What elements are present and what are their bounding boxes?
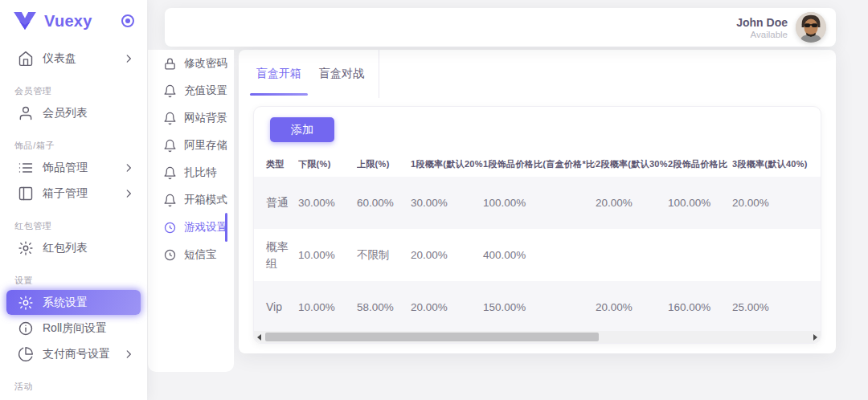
subnav-item-label: 网站背景 xyxy=(184,111,227,125)
sidebar-item-box-management[interactable]: 箱子管理 xyxy=(6,181,141,206)
cell-value: 30.00% xyxy=(298,177,357,229)
gear-icon xyxy=(18,295,34,311)
column-header-upper-limit: 上限(%) xyxy=(357,152,411,177)
subnav-item-change-password[interactable]: 修改密码 xyxy=(148,50,234,77)
lock-icon xyxy=(163,57,177,71)
subnav-item-ali-storage[interactable]: 阿里存储 xyxy=(148,132,234,159)
cell-type: Vip xyxy=(254,281,298,333)
cell-value: 10.00% xyxy=(298,281,357,333)
subnav-item-site-background[interactable]: 网站背景 xyxy=(148,104,234,132)
cell-value: 160.00% xyxy=(668,281,732,333)
subnav-item-recharge-settings[interactable]: 充值设置 xyxy=(148,77,234,104)
user-icon xyxy=(18,105,34,121)
sidebar-item-redpacket-list[interactable]: 红包列表 xyxy=(6,235,141,260)
cell-type: 普通 xyxy=(254,177,298,229)
subnav-item-zhabite[interactable]: 扎比特 xyxy=(148,159,234,186)
content-card: 盲盒开箱 盲盒对战 添加 类型 下限(%) 上限(%) 1段概率(默认20%) … xyxy=(239,50,836,353)
chevron-right-icon xyxy=(123,53,134,64)
cell-value: 400.00% xyxy=(483,229,596,281)
cell-value: 20.00% xyxy=(732,177,821,229)
tab-blindbox-battle[interactable]: 盲盒对战 xyxy=(316,50,367,98)
bell-icon xyxy=(163,112,177,125)
tab-label: 盲盒对战 xyxy=(319,67,364,81)
column-header-stage3-probability: 3段概率(默认40%) xyxy=(732,152,821,177)
sidebar-item-label: 系统设置 xyxy=(43,296,134,310)
subnav-item-sms-treasure[interactable]: 短信宝 xyxy=(148,241,234,268)
table-row[interactable]: 概率组 10.00% 不限制 20.00% 400.00% xyxy=(254,229,821,281)
add-button[interactable]: 添加 xyxy=(270,117,334,142)
table-row[interactable]: 普通 30.00% 60.00% 30.00% 100.00% 20.00% 1… xyxy=(254,177,821,229)
chevron-right-icon xyxy=(123,349,134,360)
tab-blindbox-open[interactable]: 盲盒开箱 xyxy=(253,50,305,98)
sidebar-item-item-management[interactable]: 饰品管理 xyxy=(6,155,141,180)
user-name: John Doe xyxy=(736,16,788,29)
scrollbar-track[interactable] xyxy=(264,331,810,343)
menu-pin-toggle-icon[interactable] xyxy=(121,14,134,27)
scroll-left-arrow-icon[interactable] xyxy=(254,331,264,343)
cell-value: 20.00% xyxy=(596,177,668,229)
sidebar-item-roll-room-settings[interactable]: Roll房间设置 xyxy=(6,316,141,341)
sidebar-item-member-list[interactable]: 会员列表 xyxy=(6,100,141,125)
sidebar-section-activity: 活动 xyxy=(0,381,147,393)
avatar[interactable] xyxy=(796,12,826,43)
bell-icon xyxy=(163,139,177,153)
cell-value xyxy=(668,229,732,281)
cell-value: 20.00% xyxy=(596,281,668,333)
subnav-item-label: 修改密码 xyxy=(184,56,227,71)
cell-value: 30.00% xyxy=(411,177,483,229)
home-icon xyxy=(18,51,34,67)
sidebar-item-system-settings[interactable]: 系统设置 xyxy=(6,290,141,315)
list-icon xyxy=(18,160,34,176)
brand-name: Vuexy xyxy=(44,12,114,31)
chevron-right-icon xyxy=(123,162,134,173)
sidebar-section-redpacket: 红包管理 xyxy=(0,220,147,232)
column-header-type: 类型 xyxy=(254,152,298,177)
settings-subnav: 修改密码 充值设置 网站背景 阿里存储 扎比特 开箱模式 游戏设置 xyxy=(148,50,234,372)
bell-icon xyxy=(163,194,177,207)
header-card: John Doe Available xyxy=(165,8,836,47)
subnav-item-game-settings[interactable]: 游戏设置 xyxy=(148,214,234,241)
sidebar-item-label: 红包列表 xyxy=(43,241,134,255)
cell-type: 概率组 xyxy=(254,229,298,281)
clock-icon xyxy=(163,221,177,235)
table-header-row: 类型 下限(%) 上限(%) 1段概率(默认20%) 1段饰品价格比(盲盒价格*… xyxy=(254,152,821,177)
cell-value: 150.00% xyxy=(483,281,596,333)
clock-icon xyxy=(163,248,177,262)
horizontal-scrollbar[interactable] xyxy=(254,331,821,343)
gear-icon xyxy=(18,240,34,256)
bell-icon xyxy=(163,84,177,98)
sidebar-item-label: 箱子管理 xyxy=(43,186,123,201)
info-icon xyxy=(18,320,34,337)
sidebar-item-label: 仪表盘 xyxy=(43,51,123,66)
cell-value xyxy=(732,229,821,281)
main-sidebar: Vuexy 仪表盘 会员管理 会员列表 饰品/箱子 饰品管理 xyxy=(0,0,147,400)
sidebar-item-dashboard[interactable]: 仪表盘 xyxy=(6,46,141,71)
sidebar-section-members: 会员管理 xyxy=(0,85,147,97)
sidebar-item-payment-merchant-settings[interactable]: 支付商号设置 xyxy=(6,341,141,366)
column-header-stage1-probability: 1段概率(默认20%) xyxy=(411,152,483,177)
subnav-item-label: 游戏设置 xyxy=(184,220,227,235)
cell-value: 20.00% xyxy=(411,229,483,281)
cell-value: 100.00% xyxy=(483,177,596,229)
column-header-stage2-probability: 2段概率(默认30%) xyxy=(596,152,668,177)
scrollbar-thumb[interactable] xyxy=(265,333,599,341)
subnav-item-label: 阿里存储 xyxy=(184,138,227,153)
sidebar-section-settings: 设置 xyxy=(0,275,147,287)
chevron-right-icon xyxy=(123,188,134,199)
pie-chart-icon xyxy=(18,346,34,362)
cell-value xyxy=(596,229,668,281)
user-menu[interactable]: John Doe Available xyxy=(736,12,826,43)
table-row[interactable]: Vip 10.00% 58.00% 20.00% 150.00% 20.00% … xyxy=(254,281,821,333)
subnav-item-label: 扎比特 xyxy=(184,165,217,180)
cell-value: 20.00% xyxy=(411,281,483,333)
subnav-item-label: 开箱模式 xyxy=(184,193,227,207)
sidebar-item-label: 饰品管理 xyxy=(43,161,123,175)
subnav-item-open-box-mode[interactable]: 开箱模式 xyxy=(148,186,234,214)
cell-value: 不限制 xyxy=(357,229,411,281)
scroll-right-arrow-icon[interactable] xyxy=(810,331,821,343)
cell-value: 10.00% xyxy=(298,229,357,281)
logo-row: Vuexy xyxy=(0,0,147,42)
sidebar-section-items-boxes: 饰品/箱子 xyxy=(0,140,147,152)
user-status: Available xyxy=(736,30,788,39)
cell-value: 100.00% xyxy=(668,177,732,229)
